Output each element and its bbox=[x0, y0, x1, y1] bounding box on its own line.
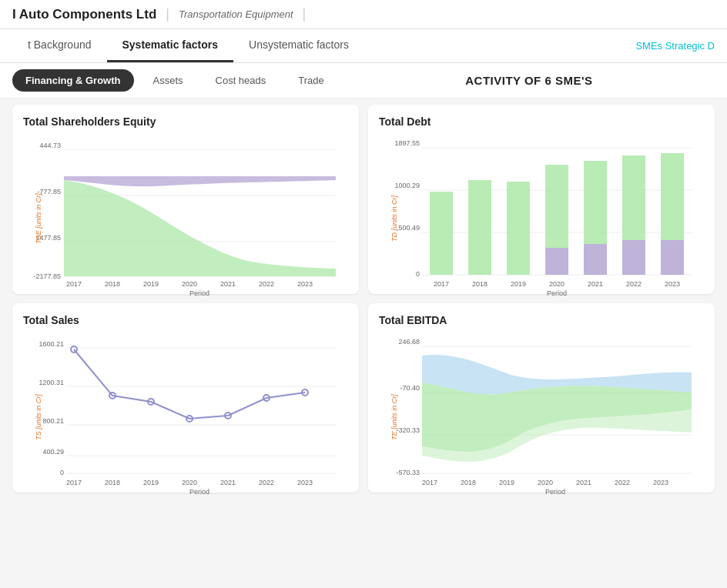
svg-text:0: 0 bbox=[416, 270, 420, 278]
sub-tabs-bar: Financing & Growth Assets Cost heads Tra… bbox=[0, 63, 727, 99]
svg-text:2019: 2019 bbox=[143, 479, 159, 486]
sector-label: Transportation Equipment bbox=[179, 8, 293, 20]
chart-td: Total Debt 1897.55 1000.29 500.49 0 TD [… bbox=[368, 105, 715, 294]
tab-background[interactable]: t Background bbox=[12, 29, 107, 62]
svg-text:2023: 2023 bbox=[297, 479, 313, 486]
svg-text:-70.40: -70.40 bbox=[400, 384, 420, 392]
svg-text:-2177.85: -2177.85 bbox=[33, 272, 61, 280]
svg-text:2018: 2018 bbox=[461, 479, 476, 486]
svg-text:TE [units in Cr]: TE [units in Cr] bbox=[390, 394, 398, 440]
svg-text:444.73: 444.73 bbox=[39, 142, 61, 149]
svg-text:2017: 2017 bbox=[434, 280, 449, 288]
svg-text:800.21: 800.21 bbox=[42, 417, 64, 425]
svg-text:2022: 2022 bbox=[259, 280, 274, 288]
svg-text:2022: 2022 bbox=[615, 479, 630, 486]
svg-text:Period: Period bbox=[547, 289, 567, 297]
svg-rect-28 bbox=[507, 182, 530, 275]
svg-text:2020: 2020 bbox=[182, 479, 197, 486]
chart-ts: Total Sales 1600.21 1200.31 800.21 400.2… bbox=[12, 303, 359, 493]
main-content: Total Shareholders Equity 444.73 -777.85… bbox=[0, 99, 727, 499]
svg-rect-26 bbox=[430, 192, 453, 275]
sub-tab-financing[interactable]: Financing & Growth bbox=[12, 69, 134, 92]
svg-rect-31 bbox=[584, 161, 607, 244]
divider: | bbox=[166, 6, 169, 22]
svg-text:2021: 2021 bbox=[576, 479, 591, 486]
chart-tse: Total Shareholders Equity 444.73 -777.85… bbox=[12, 105, 359, 294]
chart-ts-area: 1600.21 1200.31 800.21 400.29 0 TS [unit… bbox=[23, 332, 348, 486]
svg-text:1200.31: 1200.31 bbox=[39, 379, 64, 386]
divider2: | bbox=[303, 6, 307, 22]
charts-row-1: Total Shareholders Equity 444.73 -777.85… bbox=[12, 105, 715, 294]
svg-text:2019: 2019 bbox=[143, 280, 159, 288]
svg-text:2017: 2017 bbox=[66, 479, 82, 486]
activity-header: ACTIVITY OF 6 SME'S bbox=[465, 66, 592, 90]
svg-text:2019: 2019 bbox=[511, 280, 526, 288]
svg-text:2017: 2017 bbox=[422, 479, 437, 486]
svg-text:TS [units in Cr]: TS [units in Cr] bbox=[35, 394, 42, 440]
svg-text:-570.33: -570.33 bbox=[396, 469, 420, 476]
company-name: I Auto Components Ltd bbox=[12, 7, 156, 22]
svg-text:2023: 2023 bbox=[665, 280, 680, 288]
svg-text:2019: 2019 bbox=[499, 479, 514, 486]
chart-tse-title: Total Shareholders Equity bbox=[23, 115, 348, 128]
svg-text:TSE [units in Cr]: TSE [units in Cr] bbox=[35, 193, 42, 244]
svg-text:2018: 2018 bbox=[105, 479, 120, 486]
svg-text:2020: 2020 bbox=[182, 280, 197, 288]
svg-text:2018: 2018 bbox=[105, 280, 120, 288]
svg-text:2020: 2020 bbox=[538, 479, 553, 486]
svg-text:-320.33: -320.33 bbox=[396, 426, 420, 434]
chart-te-area: 246.68 -70.40 -320.33 -570.33 TE [units … bbox=[379, 332, 704, 486]
tab-smes-strategic[interactable]: SMEs Strategic D bbox=[635, 40, 715, 52]
chart-td-area: 1897.55 1000.29 500.49 0 TD [units in Cr… bbox=[379, 134, 704, 288]
svg-text:2022: 2022 bbox=[259, 479, 274, 486]
svg-text:1897.55: 1897.55 bbox=[394, 139, 420, 147]
svg-text:Period: Period bbox=[189, 289, 209, 297]
svg-rect-27 bbox=[468, 180, 491, 275]
svg-text:2018: 2018 bbox=[472, 280, 487, 288]
svg-rect-32 bbox=[584, 244, 607, 275]
svg-rect-36 bbox=[661, 240, 684, 275]
tab-unsystematic[interactable]: Unsystematic factors bbox=[233, 29, 364, 62]
svg-text:2023: 2023 bbox=[297, 280, 313, 288]
charts-row-2: Total Sales 1600.21 1200.31 800.21 400.2… bbox=[12, 303, 715, 493]
svg-text:TD [units in Cr]: TD [units in Cr] bbox=[390, 195, 398, 242]
tab-systematic[interactable]: Systematic factors bbox=[107, 29, 234, 62]
svg-text:Period: Period bbox=[545, 488, 565, 496]
svg-rect-35 bbox=[661, 153, 684, 240]
chart-te: Total EBITDA 246.68 -70.40 -320.33 -570.… bbox=[368, 303, 715, 493]
svg-text:2021: 2021 bbox=[220, 280, 236, 288]
chart-td-title: Total Debt bbox=[379, 115, 704, 128]
chart-ts-title: Total Sales bbox=[23, 314, 348, 326]
svg-text:0: 0 bbox=[60, 469, 64, 476]
svg-text:2023: 2023 bbox=[653, 479, 668, 486]
svg-text:1600.21: 1600.21 bbox=[39, 340, 64, 348]
sub-tab-trade[interactable]: Trade bbox=[285, 69, 337, 92]
chart-te-title: Total EBITDA bbox=[379, 314, 704, 326]
svg-text:2022: 2022 bbox=[626, 280, 642, 288]
svg-rect-29 bbox=[545, 165, 568, 248]
svg-text:246.68: 246.68 bbox=[398, 338, 420, 346]
svg-rect-34 bbox=[622, 240, 645, 275]
sub-tab-assets[interactable]: Assets bbox=[140, 69, 196, 92]
svg-rect-33 bbox=[622, 155, 645, 240]
svg-text:2021: 2021 bbox=[588, 280, 603, 288]
chart-tse-area: 444.73 -777.85 1477.85 -2177.85 TSE [uni… bbox=[23, 134, 348, 288]
svg-text:2020: 2020 bbox=[549, 280, 565, 288]
svg-text:400.29: 400.29 bbox=[42, 448, 64, 456]
svg-rect-30 bbox=[545, 248, 568, 275]
svg-text:500.49: 500.49 bbox=[398, 224, 420, 232]
tabs-bar: t Background Systematic factors Unsystem… bbox=[0, 29, 727, 63]
svg-text:2021: 2021 bbox=[220, 479, 236, 486]
svg-text:Period: Period bbox=[189, 488, 209, 496]
sub-tab-costheads[interactable]: Cost heads bbox=[203, 69, 280, 92]
svg-text:1000.29: 1000.29 bbox=[394, 182, 420, 189]
svg-text:2017: 2017 bbox=[66, 280, 82, 288]
